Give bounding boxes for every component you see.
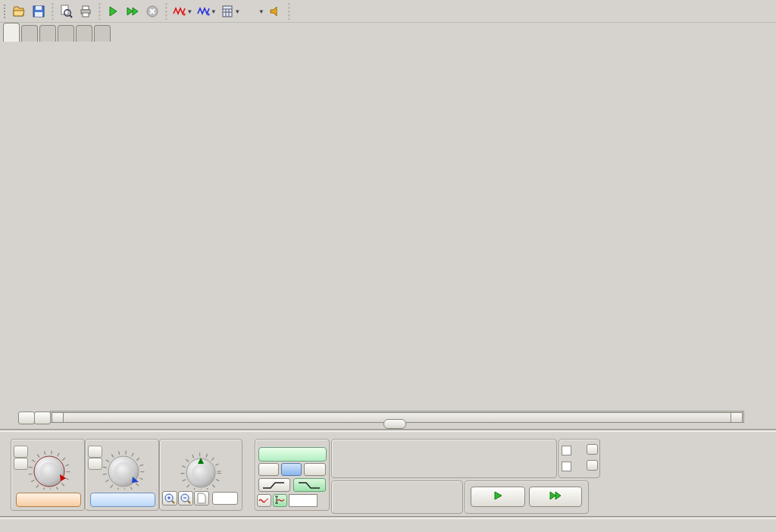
marker-a-button[interactable] — [18, 412, 35, 424]
channel-a-power-button[interactable] — [16, 493, 81, 507]
filter-panel — [559, 439, 600, 478]
zoom-out-button[interactable] — [178, 491, 193, 505]
sync-level-input[interactable] — [289, 494, 318, 507]
channel-b-power-button[interactable] — [90, 493, 155, 507]
zoom-in-button[interactable] — [162, 491, 177, 505]
chevron-down-icon[interactable]: ▾ — [188, 8, 192, 15]
filter-a-more-button[interactable] — [587, 444, 598, 455]
chevron-down-icon[interactable]: ▾ — [260, 8, 264, 15]
scroll-right-arrow[interactable] — [731, 412, 743, 423]
tab-bar — [0, 22, 776, 42]
sync-edge-falling-button[interactable] — [293, 478, 326, 492]
toolbar-separator — [164, 3, 168, 20]
sync-source-a-button[interactable] — [258, 463, 279, 476]
sound-button[interactable] — [265, 2, 285, 21]
run-cycle-button[interactable] — [123, 2, 142, 21]
calculator-button[interactable] — [217, 2, 237, 21]
period-panel — [159, 439, 242, 511]
sync-edge-rising-button[interactable] — [258, 478, 290, 492]
filter-a-checkbox[interactable] — [562, 446, 571, 455]
control-panel — [465, 480, 589, 514]
separator-line — [0, 516, 776, 519]
stop-icon — [146, 5, 159, 18]
tab-oscilloscope[interactable] — [3, 23, 20, 42]
toolbar-separator — [97, 3, 102, 20]
channel-a-knob[interactable] — [11, 441, 84, 490]
channel-b-signal-button[interactable] — [194, 2, 214, 21]
toolbar-separator — [50, 3, 55, 20]
channel-b-knob[interactable] — [86, 441, 158, 490]
zoom-ratio-select[interactable] — [212, 492, 238, 505]
rising-edge-icon — [261, 480, 287, 490]
fast-play-icon — [126, 5, 139, 18]
plot-panel — [0, 42, 776, 411]
grid-table-icon — [221, 5, 234, 18]
toolbar-grip[interactable] — [3, 4, 6, 19]
tab-recorder[interactable] — [21, 25, 38, 42]
period-knob[interactable] — [164, 441, 237, 490]
zoom-out-icon — [180, 493, 192, 505]
marker-b-button[interactable] — [34, 412, 51, 424]
page-icon — [196, 493, 207, 504]
oscilloscope-app: ▾ ▾ ▾ ▾ — [0, 0, 776, 532]
sync-panel — [255, 439, 330, 511]
tab-website[interactable] — [94, 25, 111, 42]
folder-open-icon — [12, 5, 26, 18]
sync-enabled-button[interactable] — [258, 447, 327, 462]
math-button[interactable] — [242, 2, 261, 21]
new-page-button[interactable] — [194, 491, 209, 505]
signal-b-icon — [197, 5, 211, 18]
frame-dr-button[interactable] — [332, 8, 352, 15]
print-preview-button[interactable] — [56, 2, 76, 21]
sync-source-b-button[interactable] — [281, 463, 302, 476]
params-dd-button[interactable] — [312, 8, 332, 15]
level-trigger-icon — [274, 495, 286, 505]
speaker-icon — [268, 5, 282, 18]
main-toolbar: ▾ ▾ ▾ ▾ — [0, 0, 776, 23]
chevron-down-icon[interactable]: ▾ — [236, 8, 239, 15]
wave-trigger-icon — [258, 495, 270, 505]
oscilloscope-plot[interactable] — [0, 42, 776, 411]
channel-a-panel — [11, 439, 85, 511]
scroll-left-arrow[interactable] — [52, 412, 64, 423]
frame-dd-button[interactable] — [293, 8, 312, 15]
sync-level-button[interactable] — [273, 494, 287, 507]
tab-test-master[interactable] — [76, 25, 92, 42]
print-button[interactable] — [76, 2, 95, 21]
sync-source-ext-button[interactable] — [304, 463, 326, 476]
save-button[interactable] — [29, 2, 48, 21]
sync-mode1-button[interactable] — [257, 494, 271, 507]
general-params-panel — [331, 480, 463, 514]
toolbar-separator — [286, 3, 291, 20]
panel-collapse-button[interactable] — [383, 419, 406, 429]
tab-motor-tester[interactable] — [39, 25, 56, 42]
play-icon — [493, 491, 502, 500]
chevron-down-icon[interactable]: ▾ — [212, 8, 216, 15]
run-single-button[interactable] — [103, 2, 123, 21]
save-icon — [32, 5, 45, 18]
zoom-in-icon — [164, 493, 176, 505]
print-icon — [79, 5, 92, 18]
single-run-button[interactable] — [471, 487, 525, 507]
falling-edge-icon — [297, 480, 323, 490]
filter-b-checkbox[interactable] — [562, 462, 571, 471]
play-icon — [106, 5, 120, 18]
cycle-run-button[interactable] — [529, 487, 582, 507]
stop-button[interactable] — [142, 2, 162, 21]
print-preview-icon — [59, 5, 73, 18]
fast-play-icon — [549, 491, 562, 500]
open-file-button[interactable] — [9, 2, 29, 21]
channel-b-panel — [85, 439, 159, 511]
filter-b-more-button[interactable] — [587, 460, 598, 471]
channel-a-signal-button[interactable] — [170, 2, 189, 21]
separator-line — [0, 429, 776, 432]
tab-scan-tester[interactable] — [58, 25, 74, 42]
marker-params-panel — [331, 439, 557, 478]
signal-a-icon — [173, 5, 186, 18]
